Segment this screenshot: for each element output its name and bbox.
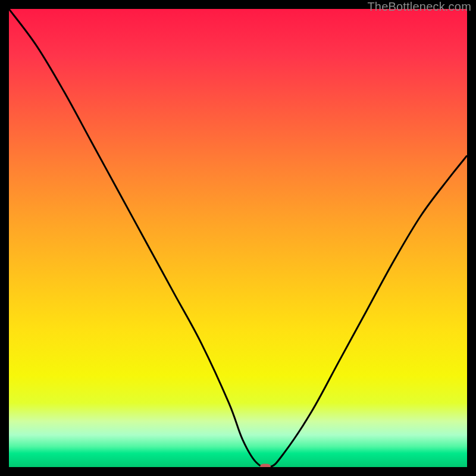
chart-frame: TheBottleneck.com [0, 0, 476, 476]
curve-layer [9, 9, 467, 467]
minimum-marker [260, 464, 271, 468]
bottleneck-curve-path [9, 9, 467, 467]
watermark-text: TheBottleneck.com [367, 0, 471, 14]
plot-area [9, 9, 467, 467]
